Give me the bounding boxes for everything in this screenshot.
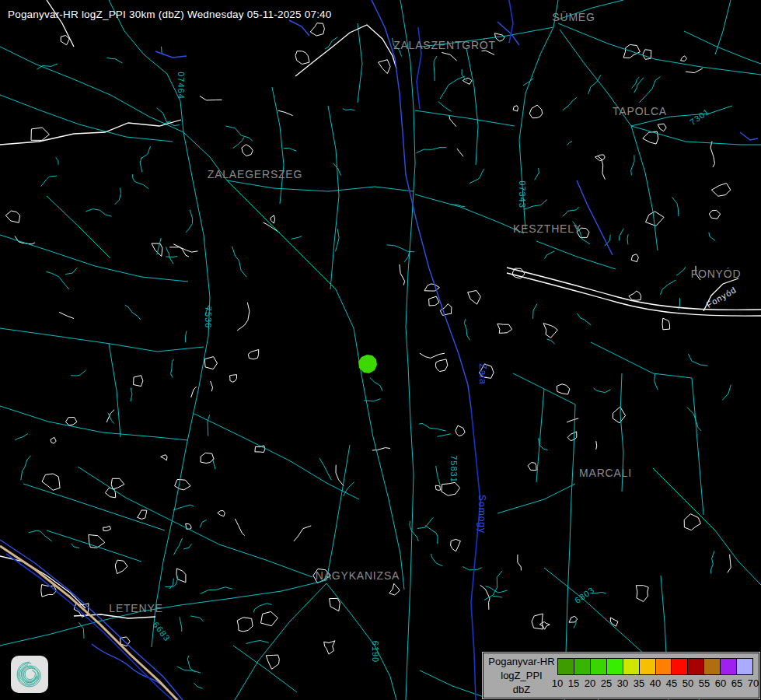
- village-outline: [539, 622, 550, 630]
- road-stub: [319, 458, 332, 481]
- village-outline: [709, 210, 720, 219]
- village-outline: [529, 105, 543, 118]
- road-stub: [655, 374, 658, 390]
- village-outline: [658, 124, 666, 131]
- road-stub: [106, 58, 122, 63]
- radar-echo: [358, 355, 377, 373]
- village-outline: [442, 482, 460, 495]
- village-outline: [138, 510, 147, 520]
- road-stub: [65, 268, 77, 274]
- village-outline: [5, 211, 19, 222]
- road-stub: [174, 538, 183, 555]
- road-stub: [577, 313, 591, 325]
- village-outline: [61, 36, 69, 45]
- road-stub: [417, 517, 433, 528]
- legend-tick: 25: [601, 677, 612, 689]
- village-outline: [42, 474, 60, 490]
- road-stub: [563, 207, 579, 216]
- road-stub: [462, 69, 466, 81]
- road-stub: [173, 244, 197, 252]
- village-outline: [176, 569, 186, 583]
- road-stub: [436, 466, 441, 485]
- road-path: [0, 0, 227, 647]
- village-outline: [613, 407, 625, 423]
- village-outline: [330, 598, 340, 611]
- road-stub: [470, 169, 484, 183]
- village-outline: [134, 376, 143, 387]
- city-label-keszthely: KESZTHELY: [513, 222, 581, 235]
- legend-tick: 70: [748, 677, 759, 689]
- legend-swatch: [720, 658, 737, 675]
- road-stub: [431, 554, 443, 566]
- road-stub: [464, 319, 470, 340]
- village-outline: [528, 463, 536, 471]
- road-stub: [672, 197, 679, 216]
- road-stub: [140, 157, 142, 172]
- road-stub: [237, 303, 250, 331]
- road-stub: [131, 388, 132, 402]
- road-stub: [639, 77, 660, 103]
- city-label-zalaszentgrot: ZALASZENTGRÓT: [393, 39, 496, 51]
- road-stub: [425, 526, 438, 544]
- road-stub: [201, 587, 232, 594]
- road-stub: [225, 126, 253, 141]
- village-outline: [41, 585, 57, 597]
- major-roads: [0, 0, 761, 618]
- road-stub: [588, 75, 601, 94]
- road-number-6190: 6190: [371, 641, 380, 663]
- road-stub: [186, 210, 193, 233]
- road-stub: [410, 521, 418, 541]
- road-path: [227, 0, 524, 700]
- village-outline: [463, 78, 472, 84]
- road-stub: [710, 142, 714, 167]
- road-stub: [29, 530, 52, 541]
- road-number-75831: 75831: [449, 455, 459, 483]
- legend-tick: 50: [682, 677, 693, 689]
- road-stub: [370, 378, 382, 391]
- county-boundary: [6, 0, 513, 700]
- village-outline: [310, 23, 324, 36]
- road-stub: [157, 238, 161, 255]
- road-stub: [596, 441, 597, 450]
- city-label-fonyod: FONYÓD: [691, 268, 742, 280]
- road-stub: [440, 76, 465, 99]
- road-stub: [41, 176, 57, 186]
- road-stub: [21, 456, 31, 481]
- village-outline: [497, 324, 512, 333]
- road-stub: [687, 407, 701, 431]
- road-stub: [661, 280, 676, 295]
- radar-display: Poganyvar-HR logZ_PPI 30km (dbZ) Wednesd…: [0, 0, 761, 700]
- road-stub: [438, 102, 452, 112]
- legend-swatch: [671, 658, 688, 675]
- legend-title-line3: dbZ: [487, 683, 557, 697]
- road-stub: [294, 526, 312, 541]
- spiral-logo-icon: [14, 659, 45, 690]
- road-stub: [524, 200, 547, 210]
- city-label-tapolca: TAPOLCA: [613, 105, 667, 117]
- legend-swatch: [736, 658, 753, 675]
- road-stub: [278, 110, 293, 116]
- village-outline: [266, 655, 279, 669]
- legend-swatch: [655, 658, 672, 675]
- road-stub: [463, 566, 482, 570]
- road-stub: [493, 597, 502, 598]
- village-outline: [532, 614, 543, 629]
- village-outline: [629, 291, 641, 300]
- road-stub: [15, 434, 28, 441]
- village-outline: [468, 291, 481, 305]
- road-stub: [518, 555, 522, 570]
- road-stub: [79, 622, 84, 639]
- city-label-letenye: LETENYE: [109, 602, 162, 614]
- road-stub: [336, 465, 344, 486]
- road-stub: [59, 312, 74, 318]
- road-stub: [563, 97, 577, 110]
- river-zala: [372, 0, 471, 408]
- road-stub: [211, 381, 213, 391]
- city-label-sumeg: SÜMEG: [552, 11, 595, 23]
- legend-ticks: 10152025303540455055606570: [557, 677, 753, 690]
- village-outline: [89, 535, 105, 548]
- city-label-marcali: MARCALI: [579, 467, 632, 479]
- road-stub: [442, 53, 456, 61]
- road-stub: [166, 257, 177, 257]
- road-stub: [688, 354, 707, 366]
